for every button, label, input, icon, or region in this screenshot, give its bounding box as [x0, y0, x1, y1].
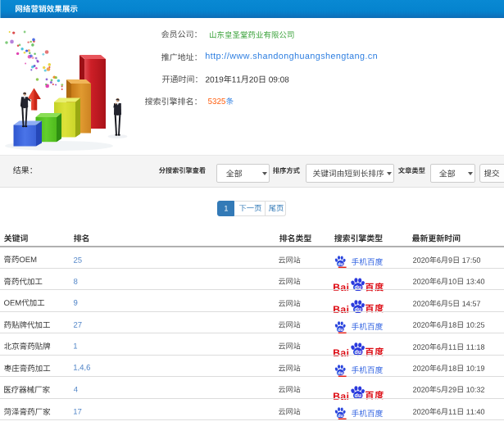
svg-text:du: du — [338, 261, 343, 266]
svg-text:du: du — [338, 369, 343, 374]
svg-text:du: du — [338, 413, 343, 418]
svg-text:du: du — [338, 326, 343, 331]
